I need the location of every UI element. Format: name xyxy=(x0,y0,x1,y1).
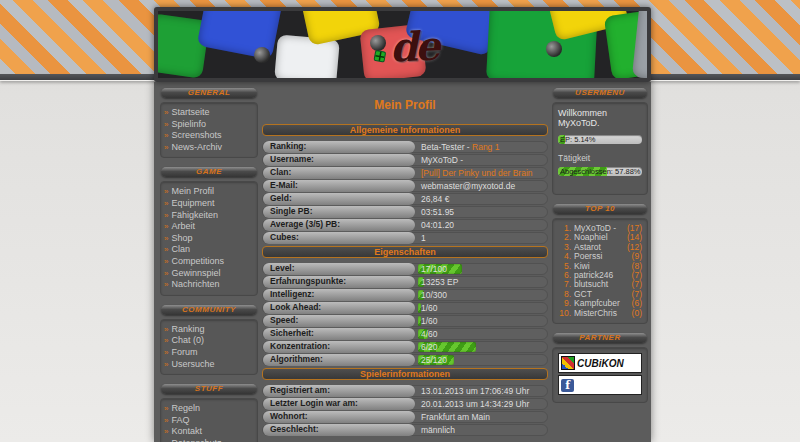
menu-item-label: Fähigkeiten xyxy=(171,210,218,220)
sidebar-menu-item[interactable]: »Startseite xyxy=(164,107,254,119)
sidebar-menu-item[interactable]: »Ranking xyxy=(164,324,254,336)
sidebar-menu-item[interactable]: »Arbeit xyxy=(164,221,254,233)
row-value: 1 xyxy=(415,233,547,244)
profile-row: Ranking: Beta-Tester - Rang 1 xyxy=(262,141,548,153)
row-value-text: webmaster@myxotod.de xyxy=(421,181,515,191)
chevron-bullet-icon: » xyxy=(164,222,168,231)
profile-row: Geld: 26,84 € xyxy=(262,193,548,205)
chevron-bullet-icon: » xyxy=(164,120,168,129)
row-value-link[interactable]: Rang 1 xyxy=(472,142,499,152)
menu-item-label: Chat (0) xyxy=(171,335,204,345)
facebook-banner[interactable]: f xyxy=(558,375,642,395)
menu-item-label: Startseite xyxy=(171,107,209,117)
menu-item-label: Forum xyxy=(171,347,197,357)
menu-item-label: Clan xyxy=(171,244,190,254)
row-label: Single PB: xyxy=(263,206,415,218)
ep-progress-text: EP: 5.14% xyxy=(558,135,642,144)
cubikon-banner[interactable]: CUBiKON xyxy=(558,353,642,373)
sidebar-menu-item[interactable]: »Regeln xyxy=(164,403,254,415)
row-value: 25/120 xyxy=(415,355,547,366)
menu-section-header: COMMUNITY xyxy=(161,305,257,315)
row-value-text: 13253 EP xyxy=(421,277,458,287)
sidebar-menu-item[interactable]: »Usersuche xyxy=(164,359,254,371)
row-label: Intelligenz: xyxy=(263,289,415,301)
row-value: 10/300 xyxy=(415,290,547,301)
row-value-text: Frankfurt am Main xyxy=(421,412,490,422)
row-value-text: 20.01.2013 um 14:34:29 Uhr xyxy=(421,399,529,409)
profile-section: Eigenschaften Level: 17/100 Erfahrungspu… xyxy=(262,246,548,366)
row-value-text: Beta-Tester - xyxy=(421,142,472,152)
chevron-bullet-icon: » xyxy=(164,269,168,278)
sidebar-menu-item[interactable]: »Kontakt xyxy=(164,426,254,438)
row-label: E-Mail: xyxy=(263,180,415,192)
top10-row[interactable]: 10. MisterChris (0) xyxy=(558,309,642,318)
row-label: Sicherheit: xyxy=(263,328,415,340)
profile-row: Username: MyXoToD - xyxy=(262,154,548,166)
row-label: Algorithmen: xyxy=(263,354,415,366)
chevron-bullet-icon: » xyxy=(164,108,168,117)
row-value: [Pull] Der Pinky und der Brain xyxy=(415,168,547,179)
sidebar-menu-item[interactable]: »Screenshots xyxy=(164,130,254,142)
row-label: Look Ahead: xyxy=(263,302,415,314)
activity-progress-bar: Abgeschlossen: 57.88% xyxy=(558,167,642,176)
activity-progress-text: Abgeschlossen: 57.88% xyxy=(558,167,642,176)
sidebar-menu-item[interactable]: »FAQ xyxy=(164,415,254,427)
profile-row: Intelligenz: 10/300 xyxy=(262,289,548,301)
site-header-banner: de xyxy=(154,7,651,82)
row-value-text: 6/20 xyxy=(421,342,438,352)
chevron-bullet-icon: » xyxy=(164,143,168,152)
row-label: Level: xyxy=(263,263,415,275)
sidebar-menu-item[interactable]: »Gewinnspiel xyxy=(164,268,254,280)
profile-row: Konzentration: 6/20 xyxy=(262,341,548,353)
ep-progress-bar: EP: 5.14% xyxy=(558,135,642,144)
row-label: Geld: xyxy=(263,193,415,205)
top10-name: Poerssi xyxy=(574,252,632,261)
partner-header: PARTNER xyxy=(553,333,647,343)
sidebar-menu-item[interactable]: »News-Archiv xyxy=(164,142,254,154)
sidebar-menu-item[interactable]: »Datenschutz xyxy=(164,438,254,442)
sidebar-menu-item[interactable]: »Forum xyxy=(164,347,254,359)
sidebar-menu-item[interactable]: »Shop xyxy=(164,233,254,245)
profile-row: Geschlecht: männlich xyxy=(262,424,548,436)
menu-item-label: Usersuche xyxy=(171,359,214,369)
main-content: Mein Profil Allgemeine Informationen Ran… xyxy=(262,82,548,437)
row-value-text: 1/60 xyxy=(421,316,438,326)
sidebar-menu-item[interactable]: »Mein Profil xyxy=(164,186,254,198)
sidebar-menu-item[interactable]: »Equipment xyxy=(164,198,254,210)
partner-box: CUBiKON f xyxy=(552,347,648,403)
menu-item-label: Gewinnspiel xyxy=(171,268,220,278)
top10-name: GCT xyxy=(574,290,632,299)
usermenu-box: Willkommen MyXoToD. EP: 5.14% Tätigkeit … xyxy=(552,102,648,195)
cubikon-label: CUBiKON xyxy=(577,358,624,369)
sidebar-menu-item[interactable]: »Spielinfo xyxy=(164,119,254,131)
top10-rank: 10. xyxy=(558,309,571,318)
top10-name: Astarot xyxy=(574,243,627,252)
menu-item-label: Spielinfo xyxy=(171,119,206,129)
welcome-text: Willkommen MyXoToD. xyxy=(558,108,642,128)
row-label: Letzter Login war am: xyxy=(263,398,415,410)
menu-section: COMMUNITY »Ranking »Chat (0) »Forum »Use… xyxy=(160,305,258,375)
row-value-text: 25/120 xyxy=(421,355,447,365)
menu-item-label: Arbeit xyxy=(171,221,195,231)
row-value-text: männlich xyxy=(421,425,455,435)
row-value: männlich xyxy=(415,425,547,436)
profile-section: Spielerinformationen Registriert am: 13.… xyxy=(262,368,548,436)
sidebar-menu-item[interactable]: »Clan xyxy=(164,244,254,256)
menu-list: »Mein Profil »Equipment »Fähigkeiten »Ar… xyxy=(160,181,258,295)
row-label: Erfahrungspunkte: xyxy=(263,276,415,288)
row-label: Average (3/5) PB: xyxy=(263,219,415,231)
sidebar-menu-item[interactable]: »Competitions xyxy=(164,256,254,268)
chevron-bullet-icon: » xyxy=(164,416,168,425)
sidebar-menu-item[interactable]: »Chat (0) xyxy=(164,335,254,347)
chevron-bullet-icon: » xyxy=(164,280,168,289)
row-value: Frankfurt am Main xyxy=(415,412,547,423)
sidebar-menu-item[interactable]: »Nachrichten xyxy=(164,279,254,291)
profile-row: Speed: 1/60 xyxy=(262,315,548,327)
row-value-link[interactable]: [Pull] Der Pinky und der Brain xyxy=(421,168,533,178)
sidebar-menu-item[interactable]: »Fähigkeiten xyxy=(164,210,254,222)
menu-item-label: FAQ xyxy=(171,415,189,425)
row-value: 1/60 xyxy=(415,303,547,314)
row-label: Username: xyxy=(263,154,415,166)
profile-row: Letzter Login war am: 20.01.2013 um 14:3… xyxy=(262,398,548,410)
section-header: Allgemeine Informationen xyxy=(262,124,548,136)
